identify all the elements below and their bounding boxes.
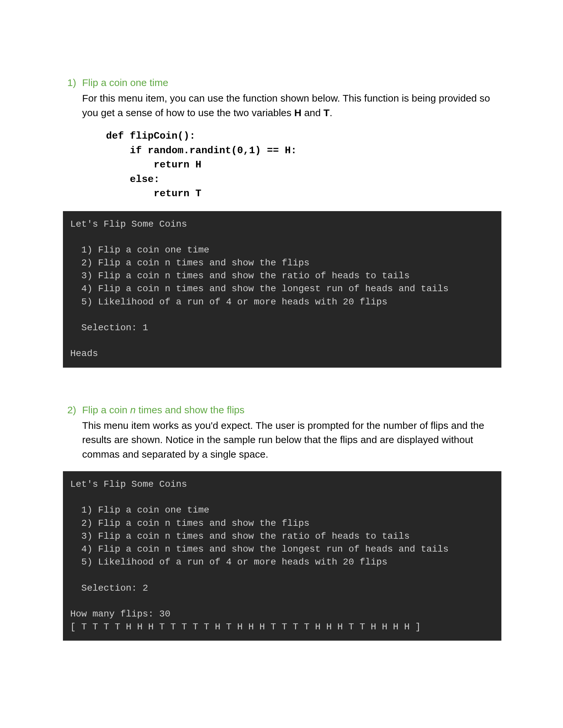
- section-1-body-pre: For this menu item, you can use the func…: [82, 93, 490, 118]
- section-1-title: Flip a coin one time: [82, 76, 168, 89]
- document-page: 1) Flip a coin one time For this menu it…: [0, 0, 563, 728]
- flipcoin-code: def flipCoin(): if random.randint(0,1) =…: [106, 129, 500, 201]
- section-1-number: 1): [63, 76, 82, 89]
- section-2-title-post: times and show the flips: [136, 404, 245, 415]
- section-1-body-period: .: [330, 107, 332, 118]
- terminal-output-2: Let's Flip Some Coins 1) Flip a coin one…: [63, 471, 501, 641]
- section-2-title: Flip a coin n times and show the flips: [82, 403, 244, 416]
- section-gap: [63, 387, 500, 403]
- section-1-body-and: and: [302, 107, 324, 118]
- section-2-title-pre: Flip a coin: [82, 404, 130, 415]
- section-2-body: This menu item works as you'd expect. Th…: [82, 416, 500, 462]
- terminal-output-1: Let's Flip Some Coins 1) Flip a coin one…: [63, 211, 501, 368]
- section-2: 2) Flip a coin n times and show the flip…: [63, 403, 500, 641]
- section-2-title-n: n: [130, 404, 136, 415]
- section-1: 1) Flip a coin one time For this menu it…: [63, 76, 500, 368]
- variable-T: T: [324, 107, 330, 118]
- section-2-number: 2): [63, 403, 82, 416]
- variable-H: H: [294, 107, 302, 118]
- section-2-heading: 2) Flip a coin n times and show the flip…: [63, 403, 500, 416]
- section-1-heading: 1) Flip a coin one time: [63, 76, 500, 89]
- section-1-body: For this menu item, you can use the func…: [82, 89, 500, 120]
